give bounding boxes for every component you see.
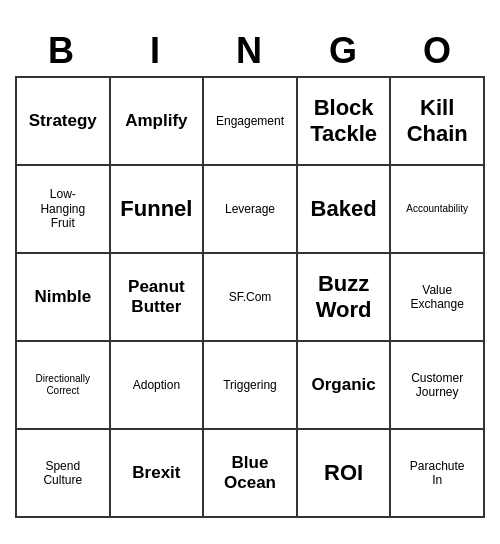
bingo-grid: StrategyAmplifyEngagementBlock TackleKil… [15, 76, 485, 518]
header-letter: G [297, 26, 391, 76]
bingo-cell-4: Kill Chain [391, 78, 485, 166]
bingo-cell-14: Value Exchange [391, 254, 485, 342]
bingo-cell-7: Leverage [204, 166, 298, 254]
bingo-cell-19: Customer Journey [391, 342, 485, 430]
bingo-cell-20: Spend Culture [17, 430, 111, 518]
bingo-cell-24: Parachute In [391, 430, 485, 518]
bingo-cell-6: Funnel [111, 166, 205, 254]
bingo-cell-21: Brexit [111, 430, 205, 518]
bingo-cell-5: Low- Hanging Fruit [17, 166, 111, 254]
bingo-cell-15: Directionally Correct [17, 342, 111, 430]
bingo-cell-18: Organic [298, 342, 392, 430]
bingo-cell-3: Block Tackle [298, 78, 392, 166]
bingo-cell-22: Blue Ocean [204, 430, 298, 518]
bingo-card: BINGO StrategyAmplifyEngagementBlock Tac… [15, 26, 485, 518]
bingo-cell-16: Adoption [111, 342, 205, 430]
bingo-cell-8: Baked [298, 166, 392, 254]
bingo-cell-9: Accountability [391, 166, 485, 254]
bingo-cell-11: Peanut Butter [111, 254, 205, 342]
header-letter: B [15, 26, 109, 76]
bingo-cell-1: Amplify [111, 78, 205, 166]
bingo-cell-23: ROI [298, 430, 392, 518]
bingo-cell-17: Triggering [204, 342, 298, 430]
bingo-cell-12: SF.Com [204, 254, 298, 342]
header-letter: I [109, 26, 203, 76]
bingo-cell-13: Buzz Word [298, 254, 392, 342]
bingo-cell-2: Engagement [204, 78, 298, 166]
bingo-cell-10: Nimble [17, 254, 111, 342]
bingo-cell-0: Strategy [17, 78, 111, 166]
bingo-header: BINGO [15, 26, 485, 76]
header-letter: O [391, 26, 485, 76]
header-letter: N [203, 26, 297, 76]
